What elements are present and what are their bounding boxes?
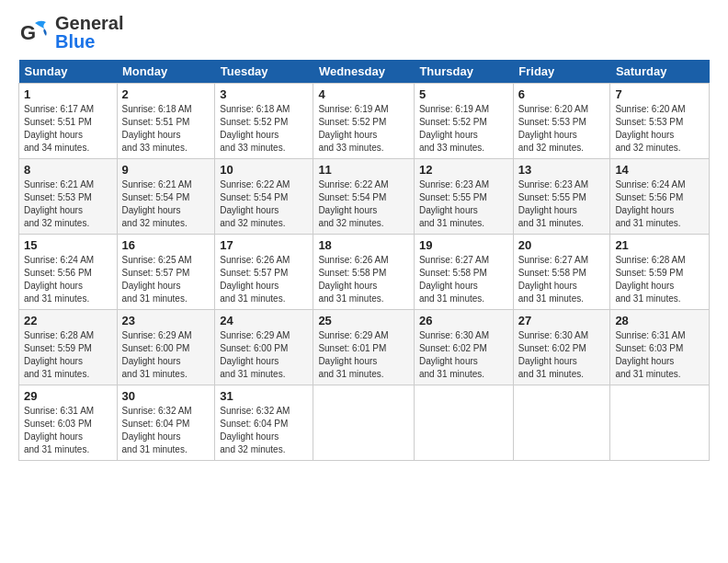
day-number: 10 — [220, 163, 308, 177]
calendar-cell: 19 Sunrise: 6:27 AM Sunset: 5:58 PM Dayl… — [414, 235, 513, 310]
calendar-row: 1 Sunrise: 6:17 AM Sunset: 5:51 PM Dayli… — [19, 84, 710, 159]
calendar-cell: 11 Sunrise: 6:22 AM Sunset: 5:54 PM Dayl… — [313, 159, 415, 235]
calendar-cell: 14 Sunrise: 6:24 AM Sunset: 5:56 PM Dayl… — [610, 159, 710, 235]
day-info: Sunrise: 6:18 AM Sunset: 5:52 PM Dayligh… — [220, 103, 308, 155]
calendar-cell: 4 Sunrise: 6:19 AM Sunset: 5:52 PM Dayli… — [313, 84, 415, 159]
calendar-cell: 15 Sunrise: 6:24 AM Sunset: 5:56 PM Dayl… — [19, 235, 118, 310]
col-monday: Monday — [117, 60, 215, 84]
day-info: Sunrise: 6:27 AM Sunset: 5:58 PM Dayligh… — [518, 254, 606, 305]
calendar-cell: 26 Sunrise: 6:30 AM Sunset: 6:02 PM Dayl… — [414, 310, 513, 385]
day-info: Sunrise: 6:18 AM Sunset: 5:51 PM Dayligh… — [122, 103, 210, 155]
col-thursday: Thursday — [414, 60, 513, 84]
calendar-cell: 8 Sunrise: 6:21 AM Sunset: 5:53 PM Dayli… — [19, 159, 118, 235]
calendar-cell: 25 Sunrise: 6:29 AM Sunset: 6:01 PM Dayl… — [313, 310, 415, 385]
day-info: Sunrise: 6:20 AM Sunset: 5:53 PM Dayligh… — [615, 103, 704, 155]
day-info: Sunrise: 6:22 AM Sunset: 5:54 PM Dayligh… — [220, 178, 308, 230]
day-number: 21 — [615, 238, 704, 252]
day-number: 26 — [419, 314, 508, 327]
calendar-table: Sunday Monday Tuesday Wednesday Thursday… — [18, 60, 710, 461]
logo-icon: G — [18, 16, 51, 49]
calendar-cell: 20 Sunrise: 6:27 AM Sunset: 5:58 PM Dayl… — [513, 235, 610, 310]
day-number: 30 — [122, 389, 210, 403]
day-number: 9 — [122, 163, 210, 177]
calendar-cell: 7 Sunrise: 6:20 AM Sunset: 5:53 PM Dayli… — [610, 84, 710, 159]
day-info: Sunrise: 6:24 AM Sunset: 5:56 PM Dayligh… — [615, 178, 704, 230]
calendar-cell: 1 Sunrise: 6:17 AM Sunset: 5:51 PM Dayli… — [19, 84, 118, 159]
day-info: Sunrise: 6:21 AM Sunset: 5:53 PM Dayligh… — [24, 178, 112, 230]
day-number: 27 — [518, 314, 606, 327]
day-info: Sunrise: 6:29 AM Sunset: 6:00 PM Dayligh… — [122, 329, 210, 381]
day-info: Sunrise: 6:23 AM Sunset: 5:55 PM Dayligh… — [419, 178, 508, 230]
day-info: Sunrise: 6:19 AM Sunset: 5:52 PM Dayligh… — [318, 103, 409, 155]
calendar-cell: 9 Sunrise: 6:21 AM Sunset: 5:54 PM Dayli… — [117, 159, 215, 235]
calendar-cell: 13 Sunrise: 6:23 AM Sunset: 5:55 PM Dayl… — [513, 159, 610, 235]
day-info: Sunrise: 6:21 AM Sunset: 5:54 PM Dayligh… — [122, 178, 210, 230]
day-info: Sunrise: 6:30 AM Sunset: 6:02 PM Dayligh… — [419, 329, 508, 381]
day-number: 22 — [24, 314, 112, 327]
calendar-cell: 31 Sunrise: 6:32 AM Sunset: 6:04 PM Dayl… — [215, 385, 313, 461]
calendar-cell: 3 Sunrise: 6:18 AM Sunset: 5:52 PM Dayli… — [215, 84, 313, 159]
day-info: Sunrise: 6:30 AM Sunset: 6:02 PM Dayligh… — [518, 329, 606, 381]
day-number: 23 — [122, 314, 210, 327]
day-number: 1 — [24, 87, 112, 101]
calendar-cell: 5 Sunrise: 6:19 AM Sunset: 5:52 PM Dayli… — [414, 84, 513, 159]
header: G General Blue — [18, 14, 710, 51]
day-number: 15 — [24, 238, 112, 252]
day-number: 24 — [220, 314, 308, 327]
calendar-cell: 27 Sunrise: 6:30 AM Sunset: 6:02 PM Dayl… — [513, 310, 610, 385]
col-sunday: Sunday — [19, 60, 118, 84]
calendar-cell: 10 Sunrise: 6:22 AM Sunset: 5:54 PM Dayl… — [215, 159, 313, 235]
day-number: 11 — [318, 163, 409, 177]
logo-text: General Blue — [55, 14, 123, 51]
day-info: Sunrise: 6:27 AM Sunset: 5:58 PM Dayligh… — [419, 254, 508, 305]
day-number: 6 — [518, 87, 606, 101]
day-info: Sunrise: 6:26 AM Sunset: 5:57 PM Dayligh… — [220, 254, 308, 305]
day-number: 18 — [318, 238, 409, 252]
day-number: 12 — [419, 163, 508, 177]
day-number: 5 — [419, 87, 508, 101]
day-number: 28 — [615, 314, 704, 327]
calendar-cell — [313, 385, 415, 461]
day-number: 8 — [24, 163, 112, 177]
logo: G General Blue — [18, 14, 123, 51]
calendar-cell: 16 Sunrise: 6:25 AM Sunset: 5:57 PM Dayl… — [117, 235, 215, 310]
col-tuesday: Tuesday — [215, 60, 313, 84]
day-info: Sunrise: 6:17 AM Sunset: 5:51 PM Dayligh… — [24, 103, 112, 155]
calendar-cell: 18 Sunrise: 6:26 AM Sunset: 5:58 PM Dayl… — [313, 235, 415, 310]
calendar-cell: 29 Sunrise: 6:31 AM Sunset: 6:03 PM Dayl… — [19, 385, 118, 461]
svg-text:G: G — [20, 21, 36, 44]
day-number: 29 — [24, 389, 112, 403]
day-info: Sunrise: 6:29 AM Sunset: 6:00 PM Dayligh… — [220, 329, 308, 381]
calendar-row: 8 Sunrise: 6:21 AM Sunset: 5:53 PM Dayli… — [19, 159, 710, 235]
calendar-row: 22 Sunrise: 6:28 AM Sunset: 5:59 PM Dayl… — [19, 310, 710, 385]
day-info: Sunrise: 6:22 AM Sunset: 5:54 PM Dayligh… — [318, 178, 409, 230]
day-number: 20 — [518, 238, 606, 252]
day-number: 2 — [122, 87, 210, 101]
day-info: Sunrise: 6:20 AM Sunset: 5:53 PM Dayligh… — [518, 103, 606, 155]
calendar-cell: 12 Sunrise: 6:23 AM Sunset: 5:55 PM Dayl… — [414, 159, 513, 235]
day-info: Sunrise: 6:19 AM Sunset: 5:52 PM Dayligh… — [419, 103, 508, 155]
calendar-cell — [513, 385, 610, 461]
calendar-cell: 28 Sunrise: 6:31 AM Sunset: 6:03 PM Dayl… — [610, 310, 710, 385]
logo-blue: Blue — [55, 32, 123, 51]
calendar-cell: 22 Sunrise: 6:28 AM Sunset: 5:59 PM Dayl… — [19, 310, 118, 385]
day-info: Sunrise: 6:31 AM Sunset: 6:03 PM Dayligh… — [24, 405, 112, 456]
calendar-cell — [610, 385, 710, 461]
day-number: 14 — [615, 163, 704, 177]
col-wednesday: Wednesday — [313, 60, 415, 84]
day-info: Sunrise: 6:32 AM Sunset: 6:04 PM Dayligh… — [220, 405, 308, 456]
day-number: 4 — [318, 87, 409, 101]
calendar-cell: 6 Sunrise: 6:20 AM Sunset: 5:53 PM Dayli… — [513, 84, 610, 159]
calendar-row: 29 Sunrise: 6:31 AM Sunset: 6:03 PM Dayl… — [19, 385, 710, 461]
day-info: Sunrise: 6:28 AM Sunset: 5:59 PM Dayligh… — [615, 254, 704, 305]
calendar-header-row: Sunday Monday Tuesday Wednesday Thursday… — [19, 60, 710, 84]
day-info: Sunrise: 6:23 AM Sunset: 5:55 PM Dayligh… — [518, 178, 606, 230]
calendar-cell: 21 Sunrise: 6:28 AM Sunset: 5:59 PM Dayl… — [610, 235, 710, 310]
day-number: 16 — [122, 238, 210, 252]
day-info: Sunrise: 6:24 AM Sunset: 5:56 PM Dayligh… — [24, 254, 112, 305]
day-info: Sunrise: 6:28 AM Sunset: 5:59 PM Dayligh… — [24, 329, 112, 381]
day-number: 13 — [518, 163, 606, 177]
day-number: 19 — [419, 238, 508, 252]
calendar-cell: 24 Sunrise: 6:29 AM Sunset: 6:00 PM Dayl… — [215, 310, 313, 385]
day-info: Sunrise: 6:32 AM Sunset: 6:04 PM Dayligh… — [122, 405, 210, 456]
